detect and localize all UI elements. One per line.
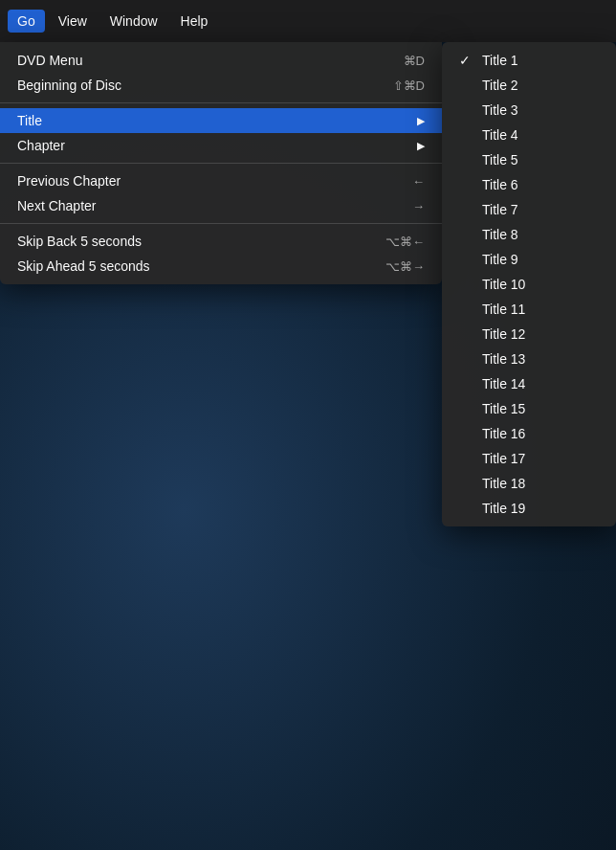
- title-label: Title 14: [482, 376, 599, 391]
- title-label: Title 19: [482, 501, 599, 516]
- title-label: Title 7: [482, 202, 599, 217]
- submenu-item-title-9[interactable]: Title 9: [442, 247, 616, 272]
- submenu-item-title-14[interactable]: Title 14: [442, 371, 616, 396]
- submenu-item-title-8[interactable]: Title 8: [442, 222, 616, 247]
- menu-item-beginning-of-disc[interactable]: Beginning of Disc⇧⌘D: [0, 73, 442, 98]
- title-label: Title 5: [482, 152, 599, 168]
- title-label: Title 10: [482, 277, 599, 292]
- title-label: Title 13: [482, 351, 599, 367]
- title-label: Title 15: [482, 401, 599, 416]
- submenu-item-title-7[interactable]: Title 7: [442, 197, 616, 222]
- menubar-item-window[interactable]: Window: [100, 10, 167, 33]
- submenu-item-title-12[interactable]: Title 12: [442, 322, 616, 347]
- menu-separator: [0, 102, 442, 103]
- title-label: Title 4: [482, 127, 599, 143]
- menubar-item-view[interactable]: View: [49, 10, 97, 33]
- title-label: Title 1: [482, 53, 599, 68]
- menu-item-next-chapter[interactable]: Next Chapter→: [0, 193, 442, 218]
- menubar-item-help[interactable]: Help: [171, 10, 218, 33]
- checkmark-icon: ✓: [459, 53, 474, 68]
- menu-item-skip-back[interactable]: Skip Back 5 seconds⌥⌘←: [0, 229, 442, 254]
- submenu-item-title-4[interactable]: Title 4: [442, 123, 616, 147]
- submenu-item-title-15[interactable]: Title 15: [442, 396, 616, 421]
- submenu-item-title-2[interactable]: Title 2: [442, 73, 616, 98]
- title-label: Title 11: [482, 302, 599, 317]
- submenu-item-title-16[interactable]: Title 16: [442, 421, 616, 446]
- title-label: Title 9: [482, 252, 599, 267]
- title-label: Title 3: [482, 102, 599, 118]
- title-submenu: ✓Title 1Title 2Title 3Title 4Title 5Titl…: [442, 42, 616, 526]
- title-label: Title 2: [482, 78, 599, 93]
- submenu-item-title-1[interactable]: ✓Title 1: [442, 48, 616, 73]
- title-label: Title 8: [482, 227, 599, 242]
- go-menu: DVD Menu⌘DBeginning of Disc⇧⌘DTitle▶Chap…: [0, 42, 442, 284]
- submenu-item-title-6[interactable]: Title 6: [442, 172, 616, 197]
- menu-separator: [0, 223, 442, 224]
- menu-item-previous-chapter[interactable]: Previous Chapter←: [0, 168, 442, 193]
- menu-item-title[interactable]: Title▶: [0, 108, 442, 133]
- title-label: Title 16: [482, 426, 599, 441]
- submenu-item-title-10[interactable]: Title 10: [442, 272, 616, 297]
- title-label: Title 17: [482, 451, 599, 466]
- menu-item-skip-ahead[interactable]: Skip Ahead 5 seconds⌥⌘→: [0, 254, 442, 279]
- submenu-item-title-19[interactable]: Title 19: [442, 496, 616, 521]
- menu-item-dvd-menu[interactable]: DVD Menu⌘D: [0, 48, 442, 73]
- title-label: Title 18: [482, 476, 599, 491]
- submenu-item-title-13[interactable]: Title 13: [442, 347, 616, 371]
- submenu-item-title-3[interactable]: Title 3: [442, 98, 616, 123]
- menubar: GoViewWindowHelp: [0, 0, 616, 42]
- submenu-item-title-11[interactable]: Title 11: [442, 297, 616, 322]
- title-label: Title 12: [482, 326, 599, 342]
- title-label: Title 6: [482, 177, 599, 192]
- menu-item-chapter[interactable]: Chapter▶: [0, 133, 442, 158]
- submenu-item-title-18[interactable]: Title 18: [442, 471, 616, 496]
- submenu-item-title-5[interactable]: Title 5: [442, 147, 616, 172]
- submenu-item-title-17[interactable]: Title 17: [442, 446, 616, 471]
- menubar-item-go[interactable]: Go: [8, 10, 45, 33]
- menu-separator: [0, 163, 442, 164]
